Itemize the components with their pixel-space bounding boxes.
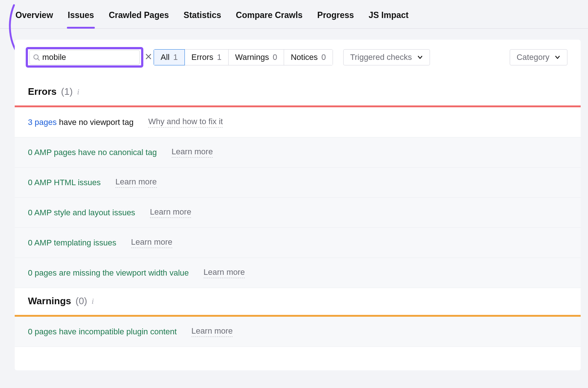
learn-more-link[interactable]: Learn more	[150, 207, 191, 218]
segment-count: 0	[322, 53, 326, 62]
issues-card: All 1 Errors 1 Warnings 0 Notices 0	[15, 40, 581, 370]
issue-text: 0 pages are missing the viewport width v…	[28, 268, 189, 278]
filter-segments: All 1 Errors 1 Warnings 0 Notices 0	[154, 49, 333, 65]
annotation-search-highlight	[26, 47, 143, 68]
issue-row: 0 pages have incompatible plugin content…	[15, 317, 581, 347]
issue-text: 0 AMP style and layout issues	[28, 208, 135, 218]
issue-row: 3 pages have no viewport tag Why and how…	[15, 107, 581, 137]
issue-text: 0 AMP pages have no canonical tag	[28, 148, 157, 157]
tab-crawled-pages[interactable]: Crawled Pages	[108, 7, 170, 28]
segment-notices[interactable]: Notices 0	[284, 49, 333, 65]
segment-label: Notices	[291, 53, 318, 62]
segment-count: 1	[217, 53, 222, 62]
section-count: (1)	[61, 86, 73, 97]
tab-statistics[interactable]: Statistics	[183, 7, 222, 28]
search-box[interactable]	[29, 50, 140, 65]
category-dropdown[interactable]: Category	[510, 49, 567, 65]
svg-point-0	[34, 55, 38, 59]
learn-more-link[interactable]: Learn more	[131, 237, 173, 248]
segment-warnings[interactable]: Warnings 0	[229, 49, 284, 65]
issue-row: 0 pages are missing the viewport width v…	[15, 258, 581, 288]
warnings-section-header: Warnings (0) i	[15, 288, 581, 315]
issue-row: 0 AMP pages have no canonical tag Learn …	[15, 137, 581, 168]
clear-search-icon[interactable]	[146, 54, 151, 61]
search-input[interactable]	[40, 53, 146, 62]
segment-errors[interactable]: Errors 1	[185, 49, 229, 65]
segment-all[interactable]: All 1	[154, 49, 185, 65]
section-title: Errors	[28, 86, 57, 97]
tab-issues[interactable]: Issues	[67, 7, 95, 28]
tab-js-impact[interactable]: JS Impact	[368, 7, 409, 28]
info-icon[interactable]: i	[92, 297, 94, 306]
segment-count: 1	[173, 53, 178, 62]
learn-more-link[interactable]: Learn more	[115, 177, 157, 188]
segment-label: Errors	[191, 53, 214, 62]
section-title: Warnings	[28, 295, 71, 307]
issue-text: 3 pages have no viewport tag	[28, 118, 133, 127]
triggered-checks-dropdown[interactable]: Triggered checks	[343, 49, 430, 65]
dropdown-label: Triggered checks	[350, 53, 412, 62]
tab-compare-crawls[interactable]: Compare Crawls	[235, 7, 304, 28]
issue-row: 0 AMP HTML issues Learn more	[15, 168, 581, 198]
issue-row: 0 AMP style and layout issues Learn more	[15, 198, 581, 228]
segment-label: Warnings	[235, 53, 269, 62]
search-icon	[33, 54, 40, 61]
svg-line-1	[38, 59, 39, 60]
learn-more-link[interactable]: Learn more	[172, 147, 213, 158]
dropdown-label: Category	[517, 53, 549, 62]
tab-progress[interactable]: Progress	[316, 7, 355, 28]
chevron-down-icon	[417, 54, 423, 60]
errors-section-header: Errors (1) i	[15, 79, 581, 105]
learn-more-link[interactable]: Learn more	[204, 267, 245, 278]
segment-count: 0	[273, 53, 277, 62]
issue-text: 0 pages have incompatible plugin content	[28, 327, 177, 337]
info-icon[interactable]: i	[77, 87, 79, 97]
learn-more-link[interactable]: Learn more	[191, 326, 233, 337]
issue-text: 0 AMP HTML issues	[28, 178, 101, 187]
tab-overview[interactable]: Overview	[15, 7, 54, 28]
issue-text: 0 AMP templating issues	[28, 238, 116, 248]
issues-toolbar: All 1 Errors 1 Warnings 0 Notices 0	[15, 40, 581, 79]
issue-row: 0 AMP templating issues Learn more	[15, 228, 581, 258]
chevron-down-icon	[555, 54, 560, 60]
nav-tabs: Overview Issues Crawled Pages Statistics…	[0, 0, 588, 29]
fix-it-link[interactable]: Why and how to fix it	[148, 117, 223, 127]
issue-desc: have no viewport tag	[57, 118, 133, 127]
section-count: (0)	[75, 295, 87, 307]
segment-label: All	[161, 53, 169, 62]
pages-link[interactable]: 3 pages	[28, 118, 57, 127]
